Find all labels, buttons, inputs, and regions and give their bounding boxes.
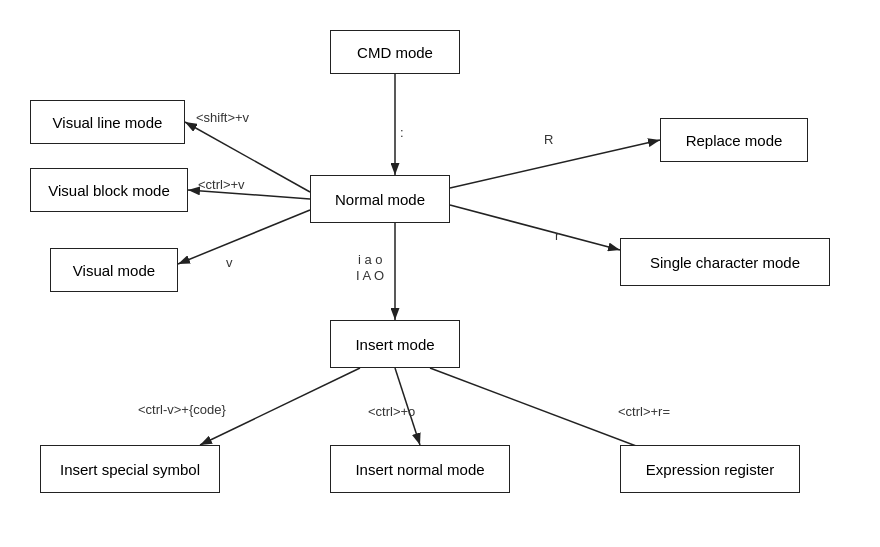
svg-line-6	[450, 140, 660, 188]
R-label: R	[544, 132, 553, 147]
visual-block-mode-node: Visual block mode	[30, 168, 188, 212]
iao-label: i a o	[358, 252, 383, 267]
insert-mode-node: Insert mode	[330, 320, 460, 368]
IAO-label: I A O	[356, 268, 384, 283]
ctrl-v-label: <ctrl>+v	[198, 177, 245, 192]
v-label: v	[226, 255, 233, 270]
visual-line-mode-node: Visual line mode	[30, 100, 185, 144]
r-label: r	[555, 228, 559, 243]
expression-register-node: Expression register	[620, 445, 800, 493]
colon-label: :	[400, 125, 404, 140]
ctrl-r-label: <ctrl>+r=	[618, 404, 670, 419]
insert-normal-mode-node: Insert normal mode	[330, 445, 510, 493]
svg-line-5	[178, 210, 310, 264]
cmd-mode-node: CMD mode	[330, 30, 460, 74]
ctrl-v2-label: <ctrl-v>+{code}	[138, 402, 226, 417]
ctrl-o-label: <ctrl>+o	[368, 404, 415, 419]
shift-v-label: <shift>+v	[196, 110, 249, 125]
single-char-mode-node: Single character mode	[620, 238, 830, 286]
replace-mode-node: Replace mode	[660, 118, 808, 162]
diagram: CMD mode Normal mode Visual line mode Vi…	[0, 0, 880, 547]
visual-mode-node: Visual mode	[50, 248, 178, 292]
insert-special-symbol-node: Insert special symbol	[40, 445, 220, 493]
svg-line-7	[450, 205, 620, 250]
normal-mode-node: Normal mode	[310, 175, 450, 223]
